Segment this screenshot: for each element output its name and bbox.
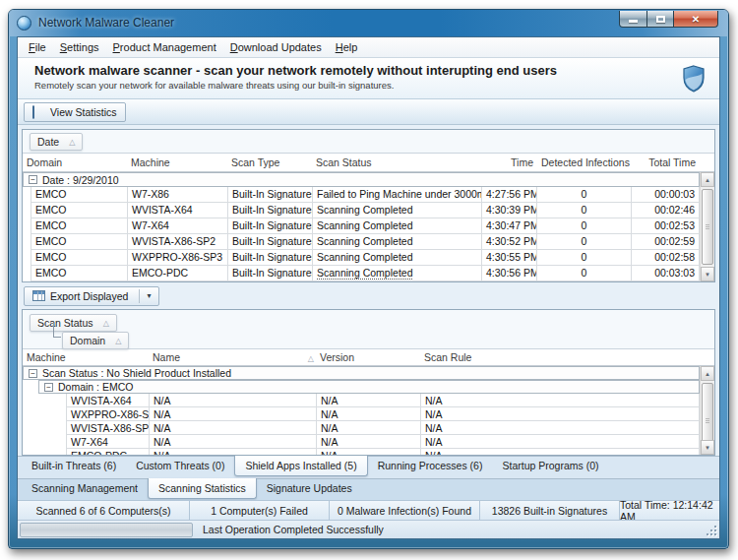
cell-machine: WVISTA-X86-SP2: [128, 234, 228, 249]
cell-scan-type: Built-In Signatures: [228, 234, 313, 249]
scroll-down-icon[interactable]: ▼: [701, 440, 714, 455]
tab-startup-programs[interactable]: Startup Programs (0): [492, 457, 608, 475]
group-row-date[interactable]: − Date : 9/29/2010: [23, 172, 700, 187]
status-signature-count: 13826 Built-in Signatures: [480, 501, 620, 520]
table-row[interactable]: EMCO W7-X64 Built-In Signatures Scanning…: [31, 218, 700, 234]
col-header-version[interactable]: Version: [316, 351, 420, 363]
cell-machine: WVISTA-X64: [128, 203, 228, 218]
collapse-icon[interactable]: −: [29, 175, 37, 184]
cell-total-time: 00:00:03: [632, 187, 700, 202]
tab-built-in-threats[interactable]: Built-in Threats (6): [22, 457, 126, 475]
scrollbar-thumb[interactable]: [702, 189, 713, 265]
col-header-name[interactable]: Name △: [149, 351, 316, 363]
group-row-scan-status[interactable]: − Scan Status : No Shield Product Instal…: [23, 366, 700, 380]
bottom-status-bar: Last Operation Completed Successfully: [18, 520, 719, 538]
collapse-icon[interactable]: −: [44, 383, 53, 392]
tab-scanning-statistics[interactable]: Scanning Statistics: [148, 478, 257, 499]
page-subtitle: Remotely scan your network for available…: [34, 80, 719, 91]
export-displayed-button[interactable]: Export Displayed ▾: [24, 286, 159, 306]
table-row[interactable]: EMCO WXPPRO-X86-SP3 Built-In Signatures …: [31, 250, 700, 266]
window-controls: ✕: [619, 11, 718, 28]
app-icon: [17, 16, 31, 31]
scroll-up-icon[interactable]: ▲: [701, 172, 714, 187]
table-row[interactable]: EMCO-PDC N/A N/A N/A: [67, 449, 700, 455]
cell-domain: EMCO: [31, 266, 128, 280]
maximize-icon: [656, 16, 665, 23]
col-header-scan-type[interactable]: Scan Type: [227, 156, 312, 168]
tab-shield-apps-installed[interactable]: Shield Apps Installed (5): [234, 456, 367, 476]
grid1-scrollbar[interactable]: ▲ ▼: [700, 172, 714, 281]
cell-scan-status: Scanning Completed: [313, 203, 482, 218]
col-header-scan-status[interactable]: Scan Status: [312, 156, 482, 168]
scroll-up-icon[interactable]: ▲: [701, 366, 714, 381]
title-bar[interactable]: Network Malware Cleaner ✕: [9, 10, 728, 36]
table-row[interactable]: W7-X64 N/A N/A N/A: [67, 435, 700, 449]
tab-signature-updates[interactable]: Signature Updates: [257, 479, 362, 498]
cell-detected: 0: [537, 266, 632, 280]
table-export-icon: [32, 290, 45, 301]
col-header-time[interactable]: Time: [482, 156, 537, 168]
menu-download-updates[interactable]: Download Updates: [223, 39, 329, 55]
collapse-icon[interactable]: −: [29, 369, 37, 378]
cell-machine: W7-X64: [67, 435, 150, 448]
scroll-down-icon[interactable]: ▼: [701, 267, 714, 281]
table-row[interactable]: WVISTA-X64 N/A N/A N/A: [67, 394, 700, 407]
cell-scan-type: Built-In Signatures: [228, 250, 313, 265]
group-chip-scan-status[interactable]: Scan Status △: [30, 314, 117, 332]
shield-apps-grid: Scan Status △ Domain △ Machine Name: [22, 309, 715, 456]
tab-custom-threats[interactable]: Custom Threats (0): [126, 457, 234, 475]
view-statistics-button[interactable]: View Statistics: [24, 102, 126, 122]
cell-scan-status: Scanning Completed: [313, 218, 482, 233]
cell-detected: 0: [537, 250, 632, 265]
tab-running-processes[interactable]: Running Processes (6): [368, 457, 493, 475]
grid2-header-row: Machine Name △ Version Scan Rule: [23, 349, 714, 366]
table-row[interactable]: EMCO WVISTA-X86-SP2 Built-In Signatures …: [31, 234, 700, 250]
sort-asc-icon: △: [308, 354, 314, 363]
col-header-domain[interactable]: Domain: [23, 156, 127, 168]
cell-version: N/A: [317, 394, 421, 406]
menu-bar: File Settings Product Management Downloa…: [18, 37, 719, 58]
menu-file[interactable]: File: [22, 39, 53, 55]
group-by-bar-2: Scan Status △ Domain △: [23, 310, 714, 349]
menu-help[interactable]: Help: [329, 39, 365, 55]
col-header-detected-infections[interactable]: Detected Infections: [537, 156, 632, 168]
minimize-button[interactable]: [619, 11, 647, 28]
scan-results-grid: Date △ Domain Machine Scan Type Scan Sta…: [22, 129, 715, 282]
cell-scan-rule: N/A: [421, 394, 700, 406]
cell-detected: 0: [537, 218, 632, 233]
cell-total-time: 00:02:58: [632, 250, 700, 265]
table-row[interactable]: EMCO W7-X86 Built-In Signatures Failed t…: [31, 187, 700, 203]
outer-tab-strip: Scanning Management Scanning Statistics …: [18, 478, 719, 500]
menu-settings[interactable]: Settings: [53, 39, 106, 55]
close-icon: ✕: [692, 14, 700, 25]
table-row[interactable]: WVISTA-X86-SP2 N/A N/A N/A: [67, 421, 700, 435]
cell-scan-status: Failed to Ping Machine under 3000ms: [313, 187, 482, 202]
export-displayed-label: Export Displayed: [50, 290, 128, 302]
cell-scan-status: Scanning Completed: [313, 266, 482, 280]
grid2-scrollbar[interactable]: ▲ ▼: [700, 366, 714, 455]
maximize-button[interactable]: [647, 11, 674, 28]
col-header-scan-rule[interactable]: Scan Rule: [420, 351, 700, 363]
close-button[interactable]: ✕: [674, 11, 718, 28]
cell-time: 4:30:56 PM: [482, 266, 537, 280]
grid2-body: − Scan Status : No Shield Product Instal…: [23, 366, 714, 455]
group-chip-domain[interactable]: Domain △: [62, 332, 129, 349]
group-row-domain[interactable]: − Domain : EMCO: [38, 380, 700, 394]
menu-product-management[interactable]: Product Management: [106, 39, 223, 55]
cell-domain: EMCO: [31, 234, 128, 249]
col-header-total-time[interactable]: Total Time: [632, 156, 700, 168]
cell-scan-type: Built-In Signatures: [228, 187, 313, 202]
col-header-machine[interactable]: Machine: [23, 351, 149, 363]
tab-scanning-management[interactable]: Scanning Management: [22, 479, 148, 498]
table-row[interactable]: EMCO EMCO-PDC Built-In Signatures Scanni…: [31, 266, 700, 281]
cell-version: N/A: [317, 449, 421, 455]
group-chip-date[interactable]: Date △: [30, 133, 83, 151]
status-bar: Scanned 6 of 6 Computers(s) 1 Computer(s…: [18, 500, 719, 520]
cell-machine: WVISTA-X64: [67, 394, 150, 406]
resize-grip-icon[interactable]: [706, 525, 717, 536]
col-header-machine[interactable]: Machine: [127, 156, 227, 168]
table-row[interactable]: WXPPRO-X86-SP3 N/A N/A N/A: [67, 407, 700, 421]
dropdown-arrow-icon[interactable]: ▾: [147, 291, 151, 300]
table-row[interactable]: EMCO WVISTA-X64 Built-In Signatures Scan…: [31, 203, 700, 218]
cell-machine: WXPPRO-X86-SP3: [67, 407, 150, 420]
